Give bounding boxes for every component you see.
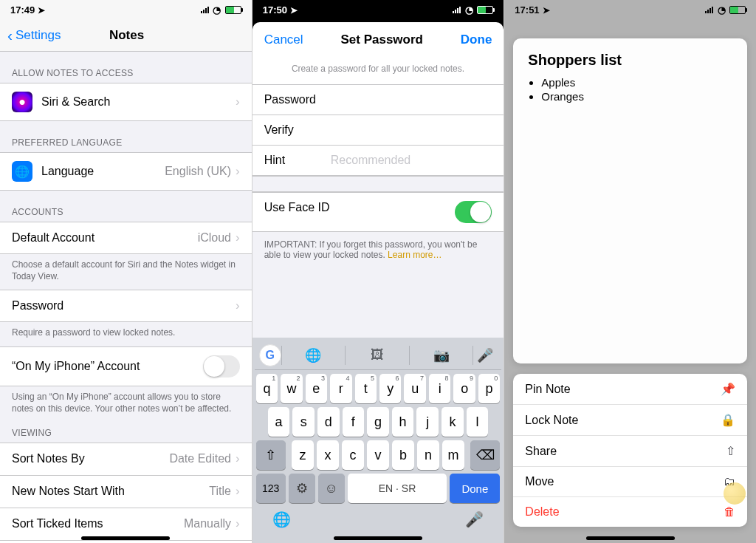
key-i[interactable]: i8: [429, 374, 450, 403]
menu-share[interactable]: Share ⇧: [513, 436, 747, 467]
key-e[interactable]: e3: [306, 374, 327, 403]
cell-password[interactable]: Password ›: [0, 290, 252, 322]
emoji-key[interactable]: ☺: [318, 474, 345, 503]
cell-on-my-iphone[interactable]: “On My iPhone” Account: [0, 346, 252, 386]
globe-key[interactable]: 🌐: [272, 510, 291, 528]
key-s[interactable]: s: [292, 407, 315, 437]
cell-sort-notes[interactable]: Sort Notes By Date Edited ›: [0, 443, 252, 475]
password-input[interactable]: [331, 93, 492, 106]
backspace-key[interactable]: ⌫: [470, 440, 500, 470]
cell-siri[interactable]: ● Siri & Search ›: [0, 83, 252, 121]
chevron-right-icon: ›: [236, 95, 240, 109]
numbers-key[interactable]: 123: [256, 474, 286, 503]
key-w[interactable]: w2: [281, 374, 302, 403]
status-bar: 17:50➤ ◔: [252, 0, 504, 19]
key-u[interactable]: u7: [404, 374, 425, 403]
key-r[interactable]: r4: [330, 374, 351, 403]
status-time: 17:49: [10, 4, 35, 16]
sheet-title: Set Password: [340, 33, 423, 47]
home-indicator[interactable]: [334, 536, 422, 540]
menu-pin[interactable]: Pin Note 📌: [513, 374, 747, 405]
hint-field-label: Hint: [264, 154, 331, 167]
password-field-label: Password: [264, 93, 331, 106]
back-label: Settings: [16, 28, 61, 43]
key-m[interactable]: m: [442, 440, 464, 470]
cancel-button[interactable]: Cancel: [264, 33, 303, 47]
new-notes-label: New Notes Start With: [12, 485, 125, 498]
note-preview-card[interactable]: Shoppers list Apples Oranges: [513, 38, 747, 363]
cell-faceid[interactable]: Use Face ID: [252, 192, 504, 232]
location-icon: ➤: [38, 5, 45, 16]
translate-icon[interactable]: 🌐: [282, 347, 346, 363]
cell-language[interactable]: 🌐 Language English (UK) ›: [0, 152, 252, 191]
key-q[interactable]: q1: [256, 374, 278, 403]
key-a[interactable]: a: [268, 407, 290, 437]
field-password[interactable]: Password: [252, 85, 504, 115]
sort-notes-value: Date Edited: [169, 452, 231, 465]
key-z[interactable]: z: [292, 440, 314, 470]
google-icon[interactable]: G: [259, 344, 281, 366]
menu-delete[interactable]: Delete 🗑: [513, 497, 747, 527]
key-k[interactable]: k: [441, 407, 464, 437]
chevron-right-icon: ›: [236, 298, 240, 313]
keyboard-done-key[interactable]: Done: [450, 474, 500, 503]
chevron-right-icon: ›: [236, 516, 240, 531]
back-button[interactable]: ‹ Settings: [7, 27, 61, 44]
home-indicator[interactable]: [81, 536, 170, 540]
key-y[interactable]: y6: [379, 374, 401, 403]
key-f[interactable]: f: [343, 407, 365, 437]
on-my-iphone-toggle[interactable]: [203, 355, 240, 378]
key-j[interactable]: j: [416, 407, 439, 437]
cell-new-notes[interactable]: New Notes Start With Title ›: [0, 475, 252, 508]
signal-icon: [201, 6, 209, 13]
image-search-icon[interactable]: 🖼: [346, 347, 409, 363]
done-button[interactable]: Done: [461, 33, 492, 47]
field-verify[interactable]: Verify: [252, 115, 504, 146]
cell-lines-grids[interactable]: Lines & Grids None ›: [0, 540, 252, 543]
siri-icon: ●: [12, 92, 32, 112]
settings-key[interactable]: ⚙: [289, 474, 315, 503]
language-label: Language: [41, 165, 94, 178]
cell-default-account[interactable]: Default Account iCloud ›: [0, 222, 252, 254]
key-g[interactable]: g: [367, 407, 389, 437]
camera-icon[interactable]: 📷: [410, 347, 473, 363]
new-notes-value: Title: [209, 485, 231, 498]
key-v[interactable]: v: [367, 440, 389, 470]
learn-more-link[interactable]: Learn more…: [388, 250, 441, 260]
chevron-right-icon: ›: [236, 230, 240, 245]
space-key[interactable]: EN · SR: [348, 474, 447, 503]
key-h[interactable]: h: [392, 407, 414, 437]
dictation-key[interactable]: 🎤: [465, 510, 484, 528]
key-b[interactable]: b: [392, 440, 414, 470]
menu-share-label: Share: [525, 445, 557, 458]
menu-move[interactable]: Move 🗂: [513, 467, 747, 497]
important-note: IMPORTANT: If you forget this password, …: [252, 232, 504, 267]
key-o[interactable]: o9: [453, 374, 475, 403]
sort-ticked-label: Sort Ticked Items: [12, 517, 103, 530]
key-t[interactable]: t5: [355, 374, 377, 403]
hint-input[interactable]: [331, 154, 492, 167]
key-n[interactable]: n: [417, 440, 439, 470]
status-bar: 17:49➤ ◔: [0, 0, 252, 19]
key-p[interactable]: p0: [478, 374, 500, 403]
verify-input[interactable]: [331, 123, 492, 137]
default-account-value: iCloud: [198, 231, 231, 245]
menu-lock[interactable]: Lock Note 🔒: [513, 405, 747, 436]
group-header-accounts: ACCOUNTS: [0, 191, 252, 222]
battery-icon: [225, 6, 241, 14]
shift-key[interactable]: ⇧: [256, 440, 286, 470]
compose-button[interactable]: [724, 482, 746, 505]
cell-sort-ticked[interactable]: Sort Ticked Items Manually ›: [0, 508, 252, 540]
key-d[interactable]: d: [317, 407, 340, 437]
home-indicator[interactable]: [586, 536, 675, 540]
share-icon: ⇧: [726, 444, 735, 458]
password-label: Password: [12, 299, 63, 313]
field-hint[interactable]: Hint: [252, 146, 504, 176]
key-c[interactable]: c: [342, 440, 364, 470]
faceid-toggle[interactable]: [455, 201, 492, 223]
chevron-right-icon: ›: [236, 451, 240, 466]
key-l[interactable]: l: [467, 407, 489, 437]
key-x[interactable]: x: [317, 440, 339, 470]
menu-delete-label: Delete: [525, 505, 559, 519]
mic-icon[interactable]: 🎤: [473, 347, 497, 363]
